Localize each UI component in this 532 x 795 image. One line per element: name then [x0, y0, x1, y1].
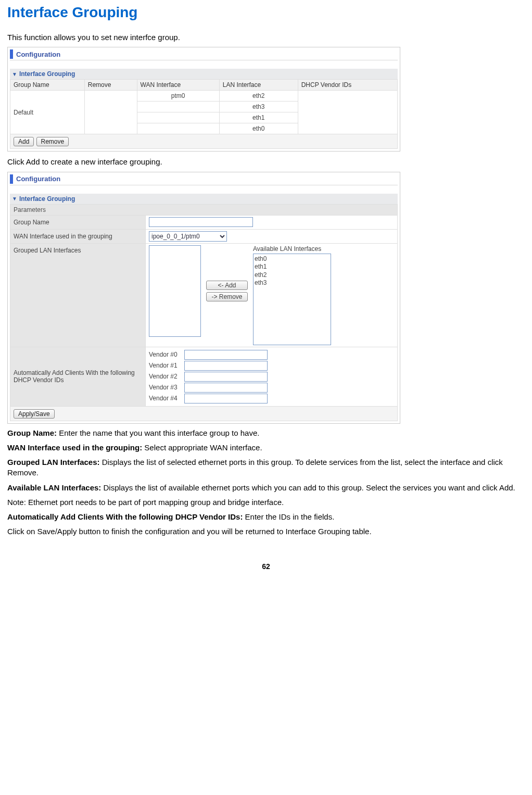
vendor-row-2: Vendor #2	[149, 372, 394, 382]
desc-grouped-lan: Grouped LAN Interfaces: Displays the lis…	[7, 457, 525, 478]
cell-wan-empty	[137, 123, 219, 134]
vendor-input-3[interactable]	[184, 383, 268, 393]
desc-group-name: Group Name: Enter the name that you want…	[7, 428, 525, 438]
list-item[interactable]: eth2	[255, 271, 330, 280]
list-item[interactable]: eth3	[255, 279, 330, 287]
wan-interface-cell: ipoe_0_0_1/ptm0	[146, 229, 398, 243]
group-name-row: Group Name	[10, 215, 398, 229]
cell-lan: eth0	[219, 123, 298, 134]
section-header[interactable]: ▼ Interface Grouping	[10, 69, 398, 79]
cell-wan-empty	[137, 102, 219, 112]
grouped-lan-label: Grouped LAN Interfaces	[10, 243, 146, 347]
parameters-label: Parameters	[10, 204, 398, 215]
transfer-buttons: <- Add -> Remove	[201, 245, 253, 337]
col-group-name: Group Name	[10, 80, 85, 91]
list-item[interactable]: eth0	[255, 255, 330, 263]
vendor-row-4: Vendor #4	[149, 394, 394, 403]
desc-available-lan-label: Available LAN Interfaces:	[7, 483, 101, 492]
vendor-input-4[interactable]	[184, 394, 268, 403]
config-accent-bar	[10, 174, 13, 184]
grouped-lan-listbox[interactable]	[149, 245, 201, 337]
desc-wan-interface: WAN Interface used in the grouping: Sele…	[7, 443, 525, 453]
config-header: Configuration	[10, 174, 398, 185]
intro-text: This function allows you to set new inte…	[7, 32, 525, 43]
group-name-cell	[146, 215, 398, 229]
vendor-row-1: Vendor #1	[149, 361, 394, 371]
desc-group-name-label: Group Name:	[7, 428, 57, 437]
vendor-row-0: Vendor #0	[149, 350, 394, 360]
desc-auto-add-label: Automatically Add Clients With the follo…	[7, 512, 243, 521]
cell-wan: ptm0	[137, 91, 219, 102]
page-number: 62	[7, 562, 525, 571]
vendor-input-1[interactable]	[184, 361, 268, 371]
table-row: Default ptm0 eth2	[10, 91, 398, 102]
config-panel-list: Configuration ▼ Interface Grouping Group…	[7, 47, 400, 152]
desc-wan-label: WAN Interface used in the grouping:	[7, 443, 142, 452]
parameters-table: Parameters Group Name WAN Interface used…	[10, 204, 398, 407]
vendor-label-2: Vendor #2	[149, 373, 184, 380]
desc-wan-text: Select appropriate WAN interface.	[142, 443, 262, 452]
cell-vendor	[298, 91, 397, 134]
col-lan: LAN Interface	[219, 80, 298, 91]
cell-lan: eth3	[219, 102, 298, 112]
col-wan: WAN Interface	[137, 80, 219, 91]
vendor-row-3: Vendor #3	[149, 383, 394, 393]
cell-group-name: Default	[10, 91, 85, 134]
group-name-label: Group Name	[10, 215, 146, 229]
wan-interface-select[interactable]: ipoe_0_0_1/ptm0	[149, 231, 227, 242]
config-accent-bar	[10, 49, 13, 59]
button-row: Apply/Save	[10, 407, 398, 421]
col-vendor: DHCP Vendor IDs	[298, 80, 397, 91]
remove-button[interactable]: Remove	[36, 137, 69, 146]
config-label: Configuration	[16, 175, 60, 183]
button-row: Add Remove	[10, 134, 398, 149]
vendor-label-4: Vendor #4	[149, 395, 184, 402]
desc-grouped-lan-label: Grouped LAN Interfaces:	[7, 458, 100, 466]
page-title: Interface Grouping	[7, 4, 525, 21]
vendor-input-2[interactable]	[184, 372, 268, 382]
desc-available-lan-text: Displays the list of available ethernet …	[101, 483, 515, 492]
config-panel-form: Configuration ▼ Interface Grouping Param…	[7, 172, 400, 424]
wan-interface-row: WAN Interface used in the grouping ipoe_…	[10, 229, 398, 243]
chevron-down-icon: ▼	[12, 71, 17, 77]
wan-interface-label: WAN Interface used in the grouping	[10, 229, 146, 243]
desc-auto-add: Automatically Add Clients With the follo…	[7, 512, 525, 522]
parameters-header-row: Parameters	[10, 204, 398, 215]
add-transfer-button[interactable]: <- Add	[206, 281, 248, 290]
desc-group-name-text: Enter the name that you want this interf…	[57, 428, 259, 437]
cell-remove	[84, 91, 137, 134]
available-lan-listbox[interactable]: eth0 eth1 eth2 eth3	[253, 254, 331, 345]
chevron-down-icon: ▼	[12, 196, 17, 201]
grouped-lan-cell: <- Add -> Remove Available LAN Interface…	[146, 243, 398, 347]
group-name-input[interactable]	[149, 217, 253, 227]
desc-save-apply: Click on Save/Apply button to finish the…	[7, 526, 525, 537]
section-header[interactable]: ▼ Interface Grouping	[10, 194, 398, 204]
vendor-input-0[interactable]	[184, 350, 268, 360]
vendor-label-0: Vendor #0	[149, 351, 184, 358]
cell-wan-empty	[137, 112, 219, 123]
config-label: Configuration	[16, 51, 60, 58]
mid-text: Click Add to create a new interface grou…	[7, 157, 525, 167]
vendor-label-1: Vendor #1	[149, 362, 184, 369]
grouped-lan-row: Grouped LAN Interfaces <- Add -> Remove …	[10, 243, 398, 347]
cell-lan: eth1	[219, 112, 298, 123]
remove-transfer-button[interactable]: -> Remove	[206, 292, 248, 301]
vendor-ids-label: Automatically Add Clients With the follo…	[10, 347, 146, 406]
vendor-ids-row: Automatically Add Clients With the follo…	[10, 347, 398, 406]
apply-save-button[interactable]: Apply/Save	[14, 409, 55, 419]
available-lan-label: Available LAN Interfaces	[253, 245, 331, 253]
cell-lan: eth2	[219, 91, 298, 102]
col-remove: Remove	[84, 80, 137, 91]
add-button[interactable]: Add	[14, 137, 34, 146]
interface-grouping-table: Group Name Remove WAN Interface LAN Inte…	[10, 79, 398, 134]
desc-available-lan: Available LAN Interfaces: Displays the l…	[7, 483, 525, 493]
config-header: Configuration	[10, 49, 398, 60]
section-title: Interface Grouping	[19, 70, 75, 78]
table-header-row: Group Name Remove WAN Interface LAN Inte…	[10, 80, 398, 91]
section-title: Interface Grouping	[19, 195, 75, 203]
vendor-ids-cell: Vendor #0 Vendor #1 Vendor #2 Vendor #3 …	[146, 347, 398, 406]
desc-note: Note: Ethernet port needs to be part of …	[7, 497, 525, 508]
list-item[interactable]: eth1	[255, 263, 330, 271]
descriptions: Group Name: Enter the name that you want…	[7, 428, 525, 537]
desc-auto-add-text: Enter the IDs in the fields.	[243, 512, 334, 521]
